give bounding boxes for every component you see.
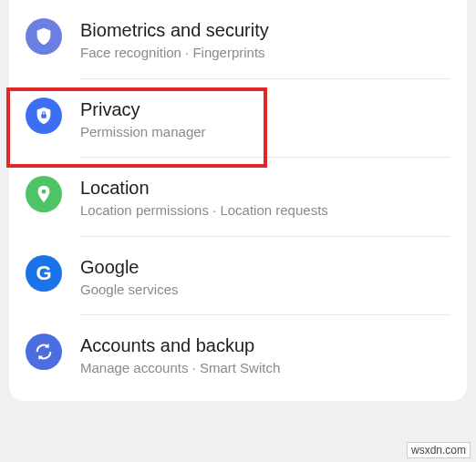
item-subtitle: Google services	[80, 281, 450, 299]
settings-item-biometrics[interactable]: Biometrics and security Face recognition…	[9, 0, 467, 78]
item-title: Google	[80, 255, 450, 279]
settings-item-privacy[interactable]: Privacy Permission manager	[9, 79, 467, 158]
svg-rect-0	[41, 114, 47, 118]
settings-item-location[interactable]: Location Location permissions · Location…	[9, 158, 467, 236]
watermark: wsxdn.com	[407, 442, 471, 458]
svg-point-1	[42, 190, 47, 194]
item-text: Accounts and backup Manage accounts · Sm…	[80, 332, 450, 377]
item-subtitle: Permission manager	[80, 123, 450, 141]
item-text: Google Google services	[80, 253, 450, 299]
settings-item-accounts-backup[interactable]: Accounts and backup Manage accounts · Sm…	[9, 315, 467, 394]
item-title: Privacy	[80, 98, 450, 121]
settings-item-google[interactable]: G Google Google services	[9, 237, 467, 315]
item-title: Location	[80, 176, 450, 200]
settings-list: Biometrics and security Face recognition…	[9, 0, 467, 401]
item-subtitle: Face recognition · Fingerprints	[80, 44, 450, 62]
item-title: Biometrics and security	[80, 18, 450, 42]
item-text: Biometrics and security Face recognition…	[80, 16, 450, 62]
shield-icon	[26, 18, 62, 55]
sync-icon	[26, 334, 62, 370]
item-text: Privacy Permission manager	[80, 96, 450, 141]
google-icon: G	[26, 255, 62, 292]
item-text: Location Location permissions · Location…	[80, 174, 450, 220]
location-icon	[26, 176, 62, 212]
lock-shield-icon	[26, 98, 62, 134]
item-subtitle: Manage accounts · Smart Switch	[80, 359, 450, 377]
item-title: Accounts and backup	[80, 334, 450, 357]
item-subtitle: Location permissions · Location requests	[80, 201, 450, 220]
